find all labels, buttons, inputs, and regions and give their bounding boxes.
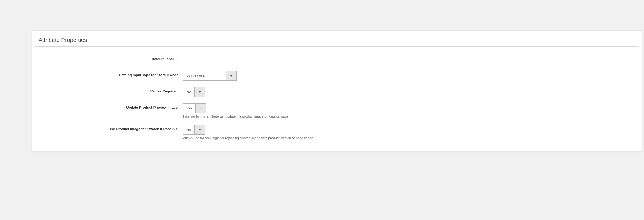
label-text: Values Required xyxy=(150,89,178,93)
label-text: Update Product Preview Image xyxy=(126,105,178,109)
row-use-product-image: Use Product Image for Swatch if Possible… xyxy=(32,122,642,143)
required-asterisk: * xyxy=(176,57,178,61)
chevron-down-icon[interactable] xyxy=(226,71,237,81)
update-preview-select[interactable]: Yes xyxy=(183,103,206,113)
values-required-select[interactable]: No xyxy=(183,87,205,97)
row-default-label: Default Label * xyxy=(32,51,642,68)
label-values-required: Values Required xyxy=(32,87,183,93)
label-update-preview: Update Product Preview Image xyxy=(32,103,183,109)
row-update-preview: Update Product Preview Image Yes Filteri… xyxy=(32,100,642,122)
label-default-label: Default Label * xyxy=(32,55,183,61)
label-text: Use Product Image for Swatch if Possible xyxy=(109,127,178,131)
select-value: Yes xyxy=(183,103,196,113)
catalog-input-type-select[interactable]: Visual Swatch xyxy=(183,71,237,81)
section-title: Attribute Properties xyxy=(35,31,639,47)
select-value: No xyxy=(183,87,195,97)
help-text-update-preview: Filtering by this attribute will update … xyxy=(183,115,288,118)
row-values-required: Values Required No xyxy=(32,84,642,100)
help-text-use-product-image: Allows use fallback logic for replacing … xyxy=(183,136,313,140)
label-text: Catalog Input Type for Store Owner xyxy=(119,73,178,77)
chevron-down-icon[interactable] xyxy=(195,87,205,97)
row-catalog-input-type: Catalog Input Type for Store Owner Visua… xyxy=(32,68,642,84)
use-product-image-select[interactable]: No xyxy=(183,125,205,135)
label-use-product-image: Use Product Image for Swatch if Possible xyxy=(32,125,183,131)
chevron-down-icon[interactable] xyxy=(195,125,205,135)
chevron-down-icon[interactable] xyxy=(196,103,206,113)
select-value: No xyxy=(183,125,195,135)
attribute-properties-panel: Attribute Properties Default Label * Cat… xyxy=(32,30,642,152)
label-text: Default Label xyxy=(152,57,174,61)
label-catalog-input-type: Catalog Input Type for Store Owner xyxy=(32,71,183,77)
default-label-input[interactable] xyxy=(183,55,552,64)
select-value: Visual Swatch xyxy=(183,71,226,81)
